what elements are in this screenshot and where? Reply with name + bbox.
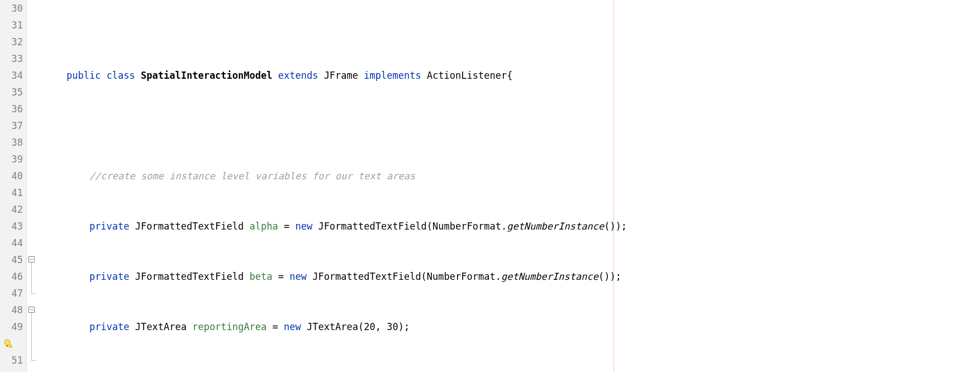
line-number: 34 <box>0 67 23 84</box>
code-line[interactable]: private JFormattedTextField alpha = new … <box>38 218 980 235</box>
line-number: 31 <box>0 17 23 34</box>
code-line[interactable]: private JTextArea reportingArea = new JT… <box>38 318 980 335</box>
fold-toggle-icon[interactable]: − <box>28 307 35 313</box>
line-number: 51 <box>0 352 23 369</box>
line-number <box>0 335 23 352</box>
line-number: 32 <box>0 34 23 50</box>
line-number: 36 <box>0 101 23 117</box>
line-number: 49 <box>0 318 23 335</box>
line-number: 46 <box>0 268 23 285</box>
bulb-warn-icon[interactable] <box>3 339 12 348</box>
line-number: 35 <box>0 84 23 101</box>
line-number: 44 <box>0 235 23 251</box>
fold-row: − <box>27 302 38 318</box>
code-line[interactable]: private JFormattedTextField beta = new J… <box>38 268 980 285</box>
line-number: 45 <box>0 251 23 268</box>
line-gutter: 30 31 32 33 34 35 36 37 38 39 40 41 42 4… <box>0 0 27 372</box>
code-area[interactable]: public class SpatialInteractionModel ext… <box>38 0 980 372</box>
fold-row: − <box>27 251 38 268</box>
line-number: 43 <box>0 218 23 235</box>
code-line[interactable]: //create some instance level variables f… <box>38 168 980 184</box>
code-editor[interactable]: 30 31 32 33 34 35 36 37 38 39 40 41 42 4… <box>0 0 980 372</box>
code-line[interactable] <box>38 369 980 372</box>
right-margin-guide <box>613 0 614 372</box>
line-number: 30 <box>0 0 23 17</box>
code-line[interactable] <box>38 117 980 134</box>
fold-column: − − <box>27 0 38 372</box>
svg-rect-1 <box>6 345 8 347</box>
line-number: 38 <box>0 134 23 151</box>
line-number: 37 <box>0 117 23 134</box>
line-number: 41 <box>0 184 23 201</box>
fold-toggle-icon[interactable]: − <box>28 256 35 263</box>
code-line[interactable]: public class SpatialInteractionModel ext… <box>38 67 980 84</box>
line-number: 47 <box>0 285 23 302</box>
line-number: 48 <box>0 302 23 318</box>
svg-marker-2 <box>9 344 12 347</box>
line-number: 39 <box>0 151 23 168</box>
line-number: 40 <box>0 168 23 184</box>
svg-point-0 <box>4 340 10 345</box>
line-number: 42 <box>0 201 23 218</box>
line-number: 33 <box>0 50 23 67</box>
